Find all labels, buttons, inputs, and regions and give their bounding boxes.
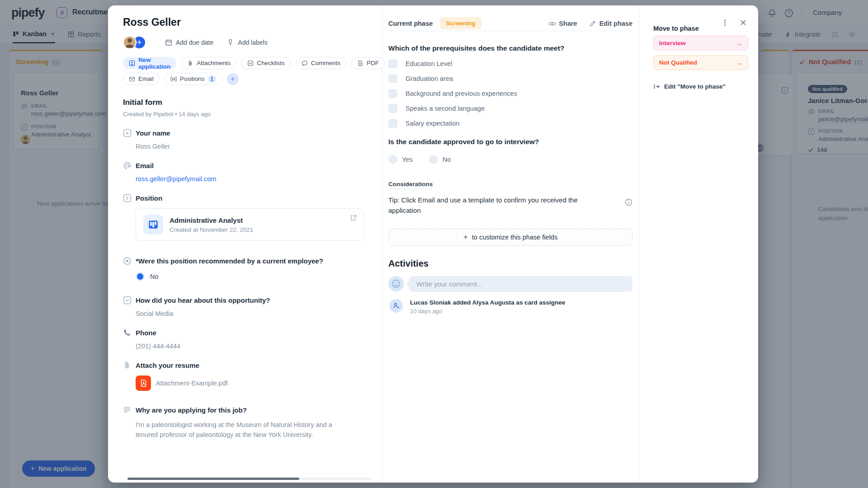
checkbox-label[interactable]: Salary expectation [406, 120, 459, 127]
move-to-not-qualified-button[interactable]: Not Qualified → [653, 55, 748, 70]
field-email: Email ross.geller@pipefymail.com [123, 162, 364, 183]
external-link-icon[interactable] [350, 214, 357, 221]
radio-field-icon [123, 257, 132, 266]
phone-icon [123, 328, 132, 338]
tab-attachments[interactable]: Attachments [181, 57, 236, 69]
field-label: How did you hear about this opportunity? [136, 296, 270, 304]
radio-no-label[interactable]: No [443, 156, 451, 163]
kebab-menu-icon[interactable] [721, 19, 729, 27]
envelope-icon [129, 76, 135, 82]
radio-yes[interactable] [388, 155, 397, 164]
interview-question: Is the candidate approved to go to inter… [388, 138, 632, 146]
add-labels-button[interactable]: Add labels [227, 39, 267, 46]
checkbox[interactable] [388, 59, 397, 68]
horizontal-scrollbar[interactable] [127, 478, 372, 480]
pipe-tile-icon [143, 215, 163, 235]
field-value[interactable]: (201) 444-4444 [136, 343, 180, 350]
person-plus-icon [389, 299, 403, 313]
arrow-right-icon: → [736, 59, 742, 66]
add-tab-button[interactable]: + [227, 73, 239, 85]
svg-text:A: A [126, 131, 129, 136]
field-label: Attach your resume [136, 361, 228, 369]
prerequisites-question: Which of the prerequisites does the cand… [388, 44, 632, 52]
edit-phase-button[interactable]: Edit phase [589, 20, 632, 27]
share-label: Share [559, 20, 577, 27]
field-recommended: *Were this position recommended by a cur… [123, 257, 364, 281]
considerations-label: Considerations [388, 181, 433, 189]
radio-yes-label[interactable]: Yes [402, 156, 413, 163]
edit-move-to-phase-label: Edit "Move to phase" [664, 83, 726, 90]
paperclip-icon [187, 60, 193, 66]
card-form-column: Ross Geller + Add due date Add labels [108, 5, 382, 483]
activity-event-time: 10 days ago [410, 308, 565, 314]
position-card[interactable]: Administrative Analyst Created at Novemb… [136, 208, 364, 241]
checkbox-label[interactable]: Background and previous experiences [406, 90, 517, 97]
tab-comments-label: Comments [311, 60, 340, 66]
paperclip-icon [123, 361, 132, 370]
checkbox-label[interactable]: Education Level [406, 60, 452, 67]
field-why: Why are you applying for this job? I'm a… [123, 406, 364, 440]
long-text-icon [123, 406, 132, 415]
phase-column: Current phase Screening Share Edit phase… [382, 5, 639, 483]
tab-new-application-label: New application [138, 56, 170, 70]
move-to-not-qualified-label: Not Qualified [659, 59, 697, 66]
share-button[interactable]: Share [548, 20, 577, 27]
tab-pdf-label: PDF [367, 60, 379, 66]
email-link[interactable]: ross.geller@pipefymail.com [136, 175, 216, 183]
comment-bubble-icon [302, 60, 308, 66]
pencil-icon [589, 20, 596, 27]
tab-checklists[interactable]: Checklists [241, 57, 291, 69]
tab-pdf[interactable]: PDF [351, 57, 385, 69]
checkbox[interactable] [388, 119, 397, 128]
tab-positions-label: Positions [180, 75, 205, 82]
radio-selected[interactable] [136, 272, 145, 281]
checkbox-label[interactable]: Graduation area [406, 75, 453, 82]
select-field-icon [123, 296, 132, 305]
field-label: Email [136, 162, 216, 169]
activity-event-text: Lucas Sloniak added Alysa Augusta as car… [410, 299, 565, 306]
checkbox[interactable] [388, 74, 397, 83]
pipefy-app: pipefy Recruitment ? Company Kanban ▼ Re… [0, 0, 868, 488]
tab-comments[interactable]: Comments [296, 57, 346, 69]
radio-label[interactable]: No [150, 273, 159, 280]
field-label: Why are you applying for this job? [136, 406, 348, 414]
field-value[interactable]: Social Media [136, 310, 270, 317]
checkbox-option: Graduation area [388, 74, 632, 83]
field-value[interactable]: Ross Geller [136, 143, 170, 150]
customize-phase-fields-label: to customize this phase fields [472, 234, 557, 241]
add-due-date-label: Add due date [176, 39, 213, 46]
field-value[interactable]: I'm a paleontologist working at the Muse… [136, 420, 348, 440]
connector-icon [123, 194, 132, 203]
field-label: Your name [136, 129, 170, 137]
field-label: Phone [136, 329, 180, 337]
tab-checklists-label: Checklists [257, 60, 285, 66]
attachment-filename[interactable]: Attachment-Example.pdf [156, 380, 228, 387]
checkbox[interactable] [388, 89, 397, 98]
assignee-avatar[interactable] [123, 36, 137, 49]
card-detail-modal: Ross Geller + Add due date Add labels [108, 5, 758, 483]
edit-move-to-phase-button[interactable]: Edit "Move to phase" [653, 83, 748, 90]
move-to-interview-label: Interview [659, 40, 686, 47]
emoji-avatar-icon[interactable] [388, 276, 404, 291]
tag-icon [227, 39, 234, 46]
comment-input[interactable]: Write your comment... [409, 276, 632, 292]
checkbox-option: Education Level [388, 59, 632, 68]
tab-email[interactable]: Email [123, 73, 160, 85]
pdf-file-icon[interactable] [136, 375, 151, 391]
info-icon[interactable] [625, 198, 632, 206]
field-source: How did you hear about this opportunity?… [123, 296, 364, 317]
move-to-interview-button[interactable]: Interview → [653, 36, 748, 51]
radio-no[interactable] [429, 155, 438, 164]
positions-count-badge: 1 [208, 75, 216, 83]
customize-phase-fields-button[interactable]: + to customize this phase fields [388, 229, 632, 246]
checkbox[interactable] [388, 104, 397, 113]
activities-title: Activities [388, 258, 632, 269]
checkbox-label[interactable]: Speaks a second language [406, 105, 485, 112]
tab-positions[interactable]: Positions 1 [165, 73, 222, 85]
close-icon[interactable] [740, 19, 747, 27]
arrow-right-icon: → [736, 39, 742, 47]
field-phone: Phone (201) 444-4444 [123, 329, 364, 350]
add-due-date-button[interactable]: Add due date [165, 39, 213, 46]
tab-new-application[interactable]: New application [123, 57, 176, 69]
field-your-name: A Your name Ross Geller [123, 129, 364, 150]
